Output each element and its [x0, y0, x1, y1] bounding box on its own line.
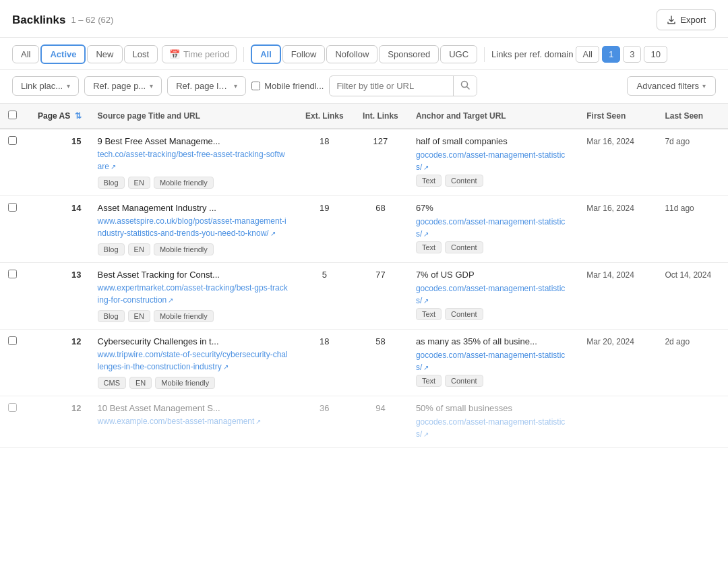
chevron-down-icon-2: ▾ — [150, 82, 153, 90]
source-cell: 9 Best Free Asset Manageme...tech.co/ass… — [90, 129, 296, 196]
table-row: 1210 Best Asset Management S...www.examp… — [0, 396, 728, 448]
divider — [243, 47, 244, 62]
sort-icon: ⇅ — [75, 111, 82, 121]
row-checkbox[interactable] — [8, 203, 17, 212]
int-links-cell: 77 — [353, 263, 408, 330]
source-url[interactable]: www.assetspire.co.uk/blog/post/asset-man… — [98, 215, 288, 239]
external-link-icon-2: ↗ — [423, 431, 429, 438]
link-placement-label: Link plac... — [21, 81, 63, 91]
lpr-1-btn[interactable]: 1 — [602, 46, 620, 63]
source-url[interactable]: www.example.com/best-asset-management↗ — [98, 415, 288, 427]
status-filter-new[interactable]: New — [87, 45, 122, 63]
ext-links-cell: 18 — [296, 330, 353, 396]
export-button[interactable]: Export — [657, 9, 716, 30]
source-url[interactable]: www.tripwire.com/state-of-security/cyber… — [98, 348, 288, 373]
row-checkbox[interactable] — [8, 336, 17, 345]
status-filter-all[interactable]: All — [12, 45, 39, 63]
export-label: Export — [680, 15, 706, 25]
source-url[interactable]: www.expertmarket.com/asset-tracking/best… — [98, 282, 288, 306]
ref-page-la-dropdown[interactable]: Ref. page la... ▾ — [167, 76, 246, 96]
page-as-cell: 13 — [26, 263, 90, 330]
follow-filter-all[interactable]: All — [251, 44, 281, 64]
source-url[interactable]: tech.co/asset-tracking/best-free-asset-t… — [98, 148, 288, 173]
source-tag: EN — [128, 177, 150, 189]
source-title: Cybersecurity Challenges in t... — [98, 336, 288, 346]
follow-filter-group: All Follow Nofollow Sponsored UGC — [251, 44, 477, 64]
source-title: 10 Best Asset Management S... — [98, 403, 288, 413]
row-checkbox[interactable] — [8, 136, 17, 145]
anchor-cell: 67%gocodes.com/asset-management-statisti… — [408, 196, 578, 263]
external-link-icon-2: ↗ — [423, 364, 429, 371]
anchor-url[interactable]: gocodes.com/asset-management-statistics/… — [416, 217, 565, 239]
anchor-url[interactable]: gocodes.com/asset-management-statistics/… — [416, 350, 565, 372]
source-tags: BlogENMobile friendly — [98, 177, 288, 189]
source-title: Asset Management Industry ... — [98, 203, 288, 213]
mobile-friendly-input[interactable] — [251, 82, 260, 90]
source-cell: 10 Best Asset Management S...www.example… — [90, 396, 296, 448]
row-checkbox-cell — [0, 129, 26, 196]
anchor-tag: Text — [416, 375, 442, 387]
source-cell: Cybersecurity Challenges in t...www.trip… — [90, 330, 296, 396]
anchor-cell: 7% of US GDPgocodes.com/asset-management… — [408, 263, 578, 330]
backlinks-table: Page AS ⇅ Source page Title and URL Ext.… — [0, 104, 728, 448]
int-links-cell: 68 — [353, 196, 408, 263]
col-page-as[interactable]: Page AS ⇅ — [26, 104, 90, 129]
lpr-all-btn[interactable]: All — [576, 46, 599, 63]
table-row: 12Cybersecurity Challenges in t...www.tr… — [0, 330, 728, 396]
search-button[interactable] — [453, 76, 477, 96]
anchor-tag: Text — [416, 308, 442, 320]
ext-links-cell: 36 — [296, 396, 353, 448]
status-filter-lost[interactable]: Lost — [124, 45, 158, 63]
anchor-tag: Text — [416, 175, 442, 187]
time-period-button[interactable]: 📅 Time period — [162, 45, 237, 63]
page-as-cell: 15 — [26, 129, 90, 196]
follow-filter-nofollow[interactable]: Nofollow — [326, 45, 377, 63]
anchor-text: 7% of US GDP — [416, 270, 570, 280]
anchor-tags: TextContent — [416, 241, 570, 253]
ref-page-p-label: Ref. page p... — [93, 81, 146, 91]
search-input[interactable] — [330, 77, 453, 95]
anchor-url[interactable]: gocodes.com/asset-management-statistics/… — [416, 150, 565, 172]
advanced-filters-button[interactable]: Advanced filters ▾ — [627, 76, 717, 96]
chevron-down-icon-4: ▾ — [702, 82, 706, 90]
header-left: Backlinks 1 – 62 (62) — [12, 13, 113, 27]
source-title: 9 Best Free Asset Manageme... — [98, 136, 288, 146]
filter-row-1: All Active New Lost 📅 Time period All Fo… — [0, 38, 728, 70]
mobile-friendly-label: Mobile friendl... — [264, 81, 324, 91]
backlinks-count: 1 – 62 (62) — [71, 15, 113, 25]
last-seen-ago: 2d ago — [665, 337, 690, 346]
filter-row-2: Link plac... ▾ Ref. page p... ▾ Ref. pag… — [0, 70, 728, 104]
ext-links-cell: 19 — [296, 196, 353, 263]
anchor-url[interactable]: gocodes.com/asset-management-statistics/… — [416, 417, 565, 439]
lpr-10-btn[interactable]: 10 — [644, 46, 667, 63]
mobile-friendly-checkbox[interactable]: Mobile friendl... — [251, 81, 324, 91]
external-link-icon: ↗ — [168, 297, 173, 304]
follow-filter-sponsored[interactable]: Sponsored — [379, 45, 439, 63]
status-filter-active[interactable]: Active — [40, 44, 86, 64]
page-as-cell: 14 — [26, 196, 90, 263]
chevron-down-icon-3: ▾ — [234, 82, 237, 90]
first-seen-date: Mar 14, 2024 — [586, 270, 634, 280]
col-first-seen: First Seen — [578, 104, 657, 129]
first-seen-date: Mar 20, 2024 — [586, 337, 634, 346]
row-checkbox[interactable] — [8, 403, 17, 412]
search-icon — [460, 80, 470, 90]
follow-filter-follow[interactable]: Follow — [282, 45, 326, 63]
anchor-tag: Content — [445, 375, 483, 387]
row-checkbox[interactable] — [8, 270, 17, 278]
anchor-cell: half of small companiesgocodes.com/asset… — [408, 129, 578, 196]
col-ext: Ext. Links — [296, 104, 353, 129]
anchor-url[interactable]: gocodes.com/asset-management-statistics/… — [416, 284, 565, 305]
link-placement-dropdown[interactable]: Link plac... ▾ — [12, 76, 79, 96]
select-all-checkbox[interactable] — [8, 111, 17, 119]
ext-links-cell: 5 — [296, 263, 353, 330]
select-all-header — [0, 104, 26, 129]
advanced-filters-label: Advanced filters — [637, 81, 700, 91]
external-link-icon-2: ↗ — [423, 297, 429, 305]
follow-filter-ugc[interactable]: UGC — [440, 45, 477, 63]
lpr-3-btn[interactable]: 3 — [623, 46, 641, 63]
external-link-icon: ↗ — [223, 363, 229, 371]
row-checkbox-cell — [0, 396, 26, 448]
svg-line-1 — [467, 87, 470, 90]
ref-page-p-dropdown[interactable]: Ref. page p... ▾ — [84, 76, 162, 96]
